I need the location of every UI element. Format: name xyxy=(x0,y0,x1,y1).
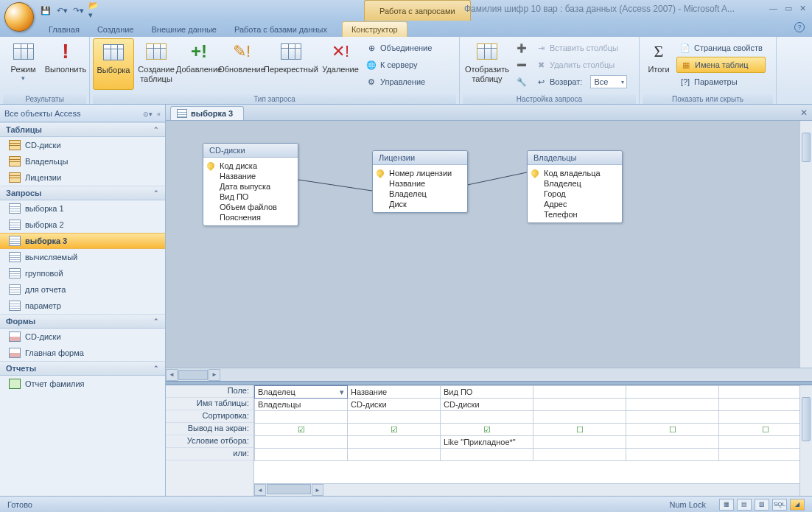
grid-cell[interactable] xyxy=(626,386,719,399)
nav-cat-forms[interactable]: Формы⌃ xyxy=(0,314,165,329)
query-designer[interactable]: CD-диски Код диска Название Дата выпуска… xyxy=(166,121,812,368)
run-button[interactable]: !Выполнить xyxy=(45,38,86,90)
designer-hscroll[interactable]: ◄► xyxy=(166,368,812,381)
passthrough-button[interactable]: 🌐К серверу xyxy=(363,57,435,73)
field[interactable]: Объем файлов xyxy=(203,202,298,212)
view-sql-icon[interactable]: SQL xyxy=(772,499,787,511)
field[interactable]: Дата выпуска xyxy=(203,181,298,192)
totals-button[interactable]: ΣИтоги xyxy=(643,38,675,90)
close-icon[interactable]: ✕ xyxy=(799,4,806,13)
grid-cell[interactable] xyxy=(626,411,719,424)
open-icon[interactable]: 📂▾ xyxy=(88,4,100,16)
grid-cell[interactable]: Like "Прикладное*" xyxy=(441,436,533,449)
grid-hscroll[interactable]: ◄► xyxy=(254,483,799,496)
tab-external[interactable]: Внешние данные xyxy=(143,22,225,37)
grid-cell[interactable] xyxy=(533,386,626,399)
builder-button[interactable]: 🔧 xyxy=(513,74,531,90)
grid-cell[interactable] xyxy=(255,436,348,449)
grid-cell[interactable]: ☑ xyxy=(255,424,348,436)
crosstab-button[interactable]: Перекрестный xyxy=(264,38,318,90)
field[interactable]: Телефон xyxy=(528,209,622,220)
grid-cell[interactable]: ☐ xyxy=(626,424,719,436)
insert-rows-button[interactable]: ➕ xyxy=(513,40,531,56)
nav-cat-tables[interactable]: Таблицы⌃ xyxy=(0,122,165,137)
nav-query-2[interactable]: выборка 3 xyxy=(0,233,165,249)
nav-cat-queries[interactable]: Запросы⌃ xyxy=(0,186,165,200)
nav-table-0[interactable]: CD-диски xyxy=(0,137,165,153)
append-button[interactable]: +!Добавление xyxy=(178,38,220,90)
grid-cell[interactable] xyxy=(626,449,719,461)
grid-cell[interactable] xyxy=(533,449,626,461)
office-button[interactable] xyxy=(4,2,34,32)
view-button[interactable]: Режим▾ xyxy=(3,38,43,90)
restore-icon[interactable]: ▭ xyxy=(785,4,792,13)
grid-vscroll[interactable] xyxy=(799,385,812,496)
field[interactable]: Номер лицензии xyxy=(373,168,467,178)
field[interactable]: Диск xyxy=(373,199,467,209)
nav-header[interactable]: Все объекты Access⊙▾ « xyxy=(0,105,165,122)
grid-cell[interactable] xyxy=(533,436,626,449)
grid-cell[interactable] xyxy=(533,411,626,424)
view-datasheet-icon[interactable]: ▦ xyxy=(719,499,734,511)
grid-cell[interactable] xyxy=(441,449,533,461)
undo-icon[interactable]: ↶▾ xyxy=(56,4,68,16)
grid-cell[interactable]: ☑ xyxy=(348,424,441,436)
grid-cell[interactable]: ☐ xyxy=(719,424,812,436)
propsheet-button[interactable]: 📄Страница свойств xyxy=(676,40,766,56)
view-design-icon[interactable]: ◢ xyxy=(790,499,805,511)
grid-cell[interactable] xyxy=(348,411,441,424)
field[interactable]: Пояснения xyxy=(203,212,298,222)
showtable-button[interactable]: Отобразить таблицу xyxy=(463,38,511,90)
table-box-2[interactable]: Лицензии Номер лицензии Название Владеле… xyxy=(372,150,468,213)
nav-query-6[interactable]: параметр xyxy=(0,298,165,314)
return-combo[interactable]: Все xyxy=(590,75,627,88)
grid-cell[interactable]: Вид ПО xyxy=(441,386,533,399)
nav-report-0[interactable]: Отчет фамилия xyxy=(0,376,165,392)
grid-cell[interactable]: Владелец ▾ xyxy=(255,386,348,399)
grid-cell[interactable] xyxy=(441,411,533,424)
return-row[interactable]: ↩Возврат: Все xyxy=(532,74,630,90)
nav-form-1[interactable]: Главная форма xyxy=(0,345,165,361)
tab-dbtools[interactable]: Работа с базами данных xyxy=(225,22,336,37)
doc-close-icon[interactable]: ✕ xyxy=(800,108,808,118)
update-button[interactable]: ✎!Обновление xyxy=(221,38,262,90)
grid-cell[interactable]: CD-диски xyxy=(348,399,441,411)
save-icon[interactable]: 💾 xyxy=(40,4,52,16)
field[interactable]: Код владельца xyxy=(528,168,622,178)
grid-cell[interactable] xyxy=(348,436,441,449)
grid-cell[interactable] xyxy=(255,449,348,461)
tab-design[interactable]: Конструктор xyxy=(342,21,407,37)
grid-cell[interactable] xyxy=(719,399,812,411)
nav-cat-reports[interactable]: Отчеты⌃ xyxy=(0,361,165,376)
maketable-button[interactable]: Создание таблицы xyxy=(136,38,177,90)
help-icon[interactable]: ? xyxy=(794,22,805,32)
grid-cell[interactable]: Название xyxy=(348,386,441,399)
grid-cell[interactable]: CD-диски xyxy=(441,399,533,411)
nav-query-5[interactable]: для отчета xyxy=(0,281,165,298)
nav-table-2[interactable]: Лицензии xyxy=(0,169,165,186)
field[interactable]: Владелец xyxy=(528,178,622,189)
params-button[interactable]: [?]Параметры xyxy=(676,74,766,90)
delete-rows-button[interactable]: ➖ xyxy=(513,57,531,73)
field[interactable]: Адрес xyxy=(528,199,622,209)
grid-cell[interactable]: ☐ xyxy=(533,424,626,436)
union-button[interactable]: ⊕Объединение xyxy=(363,40,435,56)
field[interactable]: Вид ПО xyxy=(203,192,298,202)
field[interactable]: Название xyxy=(203,171,298,181)
grid-cell[interactable] xyxy=(626,399,719,411)
nav-query-3[interactable]: вычисляемый xyxy=(0,249,165,265)
delete-query-button[interactable]: ✕!Удаление xyxy=(320,38,361,90)
designer-vscroll[interactable] xyxy=(799,121,812,368)
grid-cell[interactable]: Владельцы xyxy=(255,399,348,411)
nav-form-0[interactable]: CD-диски xyxy=(0,329,165,345)
field[interactable]: Владелец xyxy=(373,189,467,199)
nav-query-4[interactable]: групповой xyxy=(0,265,165,281)
field[interactable]: Город xyxy=(528,189,622,199)
tablenames-button[interactable]: ▦Имена таблиц xyxy=(676,57,766,73)
field[interactable]: Название xyxy=(373,178,467,189)
grid-cell[interactable] xyxy=(719,411,812,424)
grid-cell[interactable] xyxy=(719,449,812,461)
nav-query-0[interactable]: выборка 1 xyxy=(0,200,165,217)
table-box-3[interactable]: Владельцы Код владельца Владелец Город А… xyxy=(527,150,623,223)
grid-cell[interactable]: ☑ xyxy=(441,424,533,436)
